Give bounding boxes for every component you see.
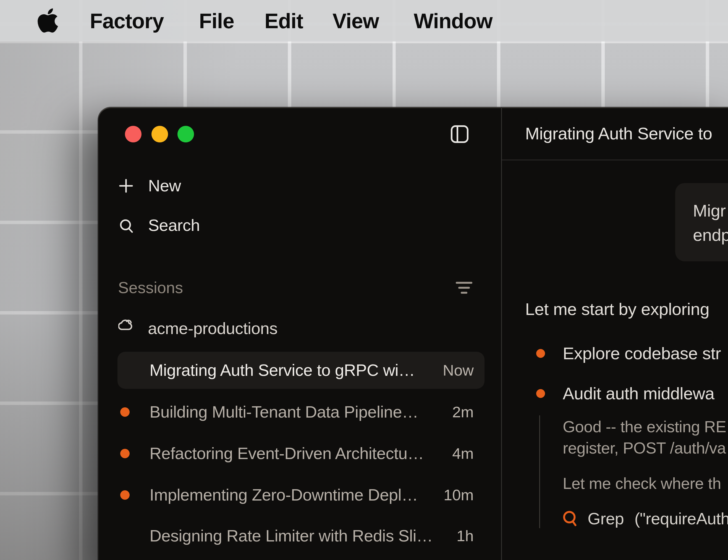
session-row[interactable]: Refactoring Event-Driven Architectu… 4m (118, 435, 484, 472)
session-row[interactable]: Designing Rate Limiter with Redis Sli… 1… (118, 517, 484, 554)
search-icon (119, 218, 134, 233)
chat-header-title: Migrating Auth Service to (525, 124, 712, 144)
active-session-dot (120, 407, 130, 417)
plus-icon (119, 179, 133, 193)
session-title: Designing Rate Limiter with Redis Sli… (150, 526, 449, 546)
menu-item-edit[interactable]: Edit (265, 0, 303, 41)
todo-item[interactable]: Audit auth middlewa (563, 383, 714, 404)
session-time: 1h (456, 526, 474, 546)
header-divider (502, 160, 728, 160)
menu-app-name[interactable]: Factory (90, 0, 164, 41)
todo-item[interactable]: Explore codebase str (563, 343, 721, 364)
session-title: Migrating Auth Service to gRPC wi… (150, 360, 435, 380)
new-session-button[interactable]: New (148, 176, 181, 196)
menu-item-window[interactable]: Window (414, 0, 492, 41)
assistant-detail-line: register, POST /auth/va (563, 438, 726, 458)
menu-bar: Factory File Edit View Window (0, 0, 728, 41)
tool-call-name: Grep (588, 509, 624, 528)
session-title: Refactoring Event-Driven Architectu… (150, 444, 444, 463)
session-row[interactable]: Building Multi-Tenant Data Pipeline… 2m (118, 394, 484, 431)
user-message-line: Migr (693, 199, 728, 223)
sessions-sidebar: New Search Sessions acme-productions Mig… (98, 107, 501, 560)
menu-item-view[interactable]: View (333, 0, 379, 41)
assistant-detail-line: Let me check where th (563, 473, 721, 494)
filter-sessions-icon[interactable] (456, 282, 472, 294)
session-time: 4m (452, 444, 474, 463)
session-time: 2m (452, 402, 474, 422)
factory-app-window: New Search Sessions acme-productions Mig… (98, 107, 728, 560)
thread-indent-guide (539, 415, 540, 528)
search-button[interactable]: Search (148, 215, 200, 235)
workspace-name: acme-productions (148, 319, 278, 338)
tool-call-args: ("requireAuth| (634, 509, 728, 528)
session-title: Implementing Zero-Downtime Depl… (150, 485, 436, 505)
zoom-window-button[interactable] (178, 126, 194, 142)
close-window-button[interactable] (125, 126, 142, 142)
assistant-intro-text: Let me start by exploring (525, 299, 709, 320)
session-row-selected[interactable]: Migrating Auth Service to gRPC wi… Now (118, 352, 484, 389)
cloud-icon (118, 318, 134, 331)
user-message-bubble: Migr endp (675, 183, 728, 261)
menu-item-file[interactable]: File (199, 0, 234, 41)
chat-pane: Migrating Auth Service to Migr endp Let … (502, 107, 728, 560)
todo-bullet-dot (536, 349, 545, 358)
toggle-sidebar-button[interactable] (450, 124, 469, 144)
session-row[interactable]: Implementing Zero-Downtime Depl… 10m (118, 476, 484, 514)
user-message-line: endp (693, 223, 728, 247)
active-session-dot (120, 449, 130, 458)
session-time: Now (443, 360, 474, 380)
workspace-row[interactable]: acme-productions (98, 312, 501, 345)
assistant-detail-line: Good -- the existing RE (563, 416, 726, 437)
apple-menu-icon[interactable] (35, 7, 61, 34)
session-title: Building Multi-Tenant Data Pipeline… (150, 402, 444, 422)
sessions-section-header: Sessions (118, 278, 183, 298)
desktop: { "menu_bar": { "app_name": "Factory", "… (0, 0, 728, 560)
tool-call-row[interactable]: Grep ("requireAuth| (563, 508, 728, 529)
active-session-dot (120, 490, 130, 500)
session-time: 10m (443, 485, 474, 505)
todo-bullet-dot (536, 389, 545, 398)
grep-search-icon (563, 510, 577, 527)
minimize-window-button[interactable] (152, 126, 168, 142)
